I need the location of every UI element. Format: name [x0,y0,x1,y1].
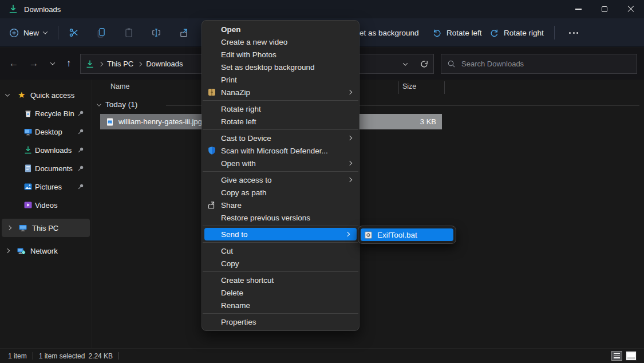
menu-item-nanazip[interactable]: NanaZip [202,86,359,98]
menu-item-create-a-new-video[interactable]: Create a new video [202,35,359,48]
menu-item-properties[interactable]: Properties [202,315,359,328]
breadcrumb-this-pc[interactable]: This PC [107,60,133,68]
menu-item-copy-as-path[interactable]: Copy as path [202,186,359,199]
back-button[interactable]: ← [5,54,23,73]
forward-button[interactable]: → [25,54,43,73]
file-explorer-window: Downloads New Set as background [0,0,644,363]
sidebar-item-documents[interactable]: Documents [0,159,92,177]
sidebar-item-quick-access[interactable]: ★ Quick access [0,86,92,104]
status-divider [33,352,33,360]
menu-item-delete[interactable]: Delete [202,286,359,299]
share-icon [179,27,189,38]
sidebar-item-desktop[interactable]: Desktop [0,123,92,141]
paste-button[interactable] [120,23,138,42]
group-label: Today (1) [105,100,137,109]
menu-item-copy[interactable]: Copy [202,257,359,270]
details-view-button[interactable] [611,351,622,361]
menu-item-edit-with-photos[interactable]: Edit with Photos [202,48,359,61]
menu-item-print[interactable]: Print [202,73,359,86]
menu-item-rename[interactable]: Rename [202,299,359,311]
new-button-label: New [23,29,39,37]
share-button[interactable] [175,23,193,42]
column-header-name[interactable]: Name [110,82,129,90]
rotate-right-button[interactable]: Rotate right [489,23,544,42]
menu-item-rotate-left[interactable]: Rotate left [202,115,359,128]
close-icon [627,6,634,13]
batch-file-icon [364,231,373,239]
menu-separator [203,129,358,130]
sidebar-item-recycle-bin[interactable]: Recycle Bin [0,104,92,123]
status-divider [118,352,119,360]
pin-icon [77,128,85,136]
jpg-file-icon [105,117,114,127]
set-as-background-button[interactable]: Set as background [354,23,419,42]
recycle-bin-icon [23,109,33,118]
minimize-icon [575,9,582,9]
menu-item-cast-to-device[interactable]: Cast to Device [202,132,359,144]
menu-item-set-as-desktop-background[interactable]: Set as desktop background [202,61,359,73]
menu-item-cut[interactable]: Cut [202,244,359,257]
search-box[interactable] [441,54,637,74]
chevron-right-icon [7,226,11,230]
column-separator[interactable] [398,81,399,94]
copy-button[interactable] [92,23,110,42]
chevron-right-icon [98,61,103,66]
refresh-button[interactable] [420,60,429,69]
new-button[interactable]: New [9,23,47,42]
arrow-right-icon: → [29,58,39,69]
menu-separator [203,171,358,172]
toolbar-divider [58,26,58,40]
sidebar-item-downloads[interactable]: Downloads [0,141,92,159]
plus-circle-icon [9,28,19,38]
maximize-button[interactable] [591,0,618,18]
file-name: william-henry-gates-iii.jpg [118,117,202,126]
search-icon [447,60,456,68]
search-input[interactable] [461,60,631,68]
close-button[interactable] [618,0,644,18]
submenu-item-exiftool-bat[interactable]: ExifTool.bat [361,228,453,241]
menu-item-open[interactable]: Open [202,23,359,35]
rotate-right-label: Rotate right [504,29,544,37]
rename-button[interactable] [147,23,165,42]
navigation-pane: ★ Quick access Recycle Bin Desktop Downl… [0,80,92,348]
thumbnail-view-icon [627,353,635,359]
status-bar: 1 item 1 item selected 2.24 KB [0,348,644,363]
menu-item-share[interactable]: Share [202,199,359,211]
file-list: Name Size Today (1) william-henry-gates-… [92,80,644,348]
defender-shield-icon [207,146,216,155]
thumbnail-view-button[interactable] [626,351,637,361]
chevron-right-icon [347,136,352,140]
column-header-size[interactable]: Size [402,82,416,90]
cut-button[interactable] [65,23,83,42]
minimize-button[interactable] [565,0,591,18]
send-to-submenu: ExifTool.bat [358,226,456,244]
breadcrumb-downloads[interactable]: Downloads [146,60,183,68]
menu-item-open-with[interactable]: Open with [202,157,359,169]
chevron-down-icon [5,92,10,96]
maximize-icon [602,6,607,12]
window-title: Downloads [24,5,61,14]
address-dropdown-icon[interactable] [403,61,408,65]
menu-item-create-shortcut[interactable]: Create shortcut [202,274,359,286]
video-icon [23,200,33,210]
column-separator[interactable] [444,81,445,94]
sidebar-item-label: Pictures [35,183,62,191]
sidebar-item-videos[interactable]: Videos [0,196,92,214]
file-size: 3 KB [420,117,436,126]
menu-item-scan-with-microsoft-defender[interactable]: Scan with Microsoft Defender... [202,144,359,157]
rotate-left-button[interactable]: Rotate left [432,23,482,42]
sidebar-item-pictures[interactable]: Pictures [0,177,92,196]
scissors-icon [69,27,79,38]
more-options-button[interactable] [564,23,583,42]
menu-item-restore-previous-versions[interactable]: Restore previous versions [202,211,359,224]
sidebar-item-this-pc[interactable]: This PC [2,219,90,237]
sidebar-item-network[interactable]: Network [0,242,92,260]
up-button[interactable]: ↑ [60,54,78,73]
menu-item-rotate-right[interactable]: Rotate right [202,102,359,115]
menu-item-send-to[interactable]: Send to [204,228,357,240]
menu-item-give-access-to[interactable]: Give access to [202,173,359,186]
network-icon [17,246,26,255]
chevron-right-icon [137,61,142,66]
file-size-cell: 3 KB [359,114,442,129]
group-header-today[interactable]: Today (1) [97,100,137,109]
